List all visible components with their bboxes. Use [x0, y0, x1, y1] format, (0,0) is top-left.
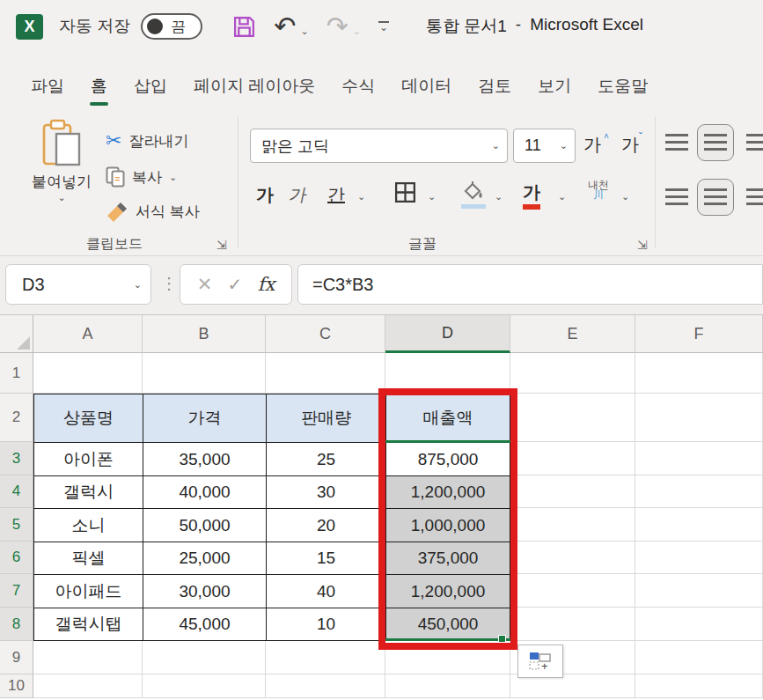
align-left-icon[interactable]	[665, 188, 688, 206]
cell-E6[interactable]	[510, 542, 635, 574]
cell-D7[interactable]: 1,200,000	[385, 574, 510, 608]
row-header-9[interactable]: 9	[0, 641, 33, 674]
cell-F3[interactable]	[635, 442, 763, 475]
cell-F9[interactable]	[635, 641, 763, 674]
col-header-F[interactable]: F	[635, 315, 763, 353]
cell-C10[interactable]	[266, 674, 385, 698]
paste-button[interactable]: 붙여넣기 ⌄	[21, 119, 102, 203]
cell-A9[interactable]	[33, 641, 143, 674]
align-top-icon[interactable]	[665, 134, 688, 151]
cell-A10[interactable]	[33, 674, 143, 698]
underline-dropdown-icon[interactable]: ⌄	[357, 191, 365, 203]
name-box-dropdown-icon[interactable]: ⌄	[134, 279, 142, 291]
customize-toolbar-icon[interactable]: ⌄	[378, 21, 389, 32]
cell-C4[interactable]: 30	[266, 475, 385, 508]
cell-B6[interactable]: 25,000	[143, 542, 266, 574]
cell-C5[interactable]: 20	[266, 508, 385, 542]
row-header-4[interactable]: 4	[0, 475, 33, 508]
cell-D6[interactable]: 375,000	[385, 542, 510, 574]
cell-F4[interactable]	[635, 475, 763, 508]
cell-B1[interactable]	[143, 353, 266, 394]
fill-handle[interactable]	[498, 635, 506, 643]
table-header-cell[interactable]: 매출액	[385, 394, 510, 442]
cell-B10[interactable]	[143, 674, 266, 698]
align-bottom-icon[interactable]	[746, 134, 763, 151]
cell-A5[interactable]: 소니	[33, 508, 143, 542]
tab-검토[interactable]: 검토	[465, 75, 525, 110]
row-header-2[interactable]: 2	[0, 394, 33, 442]
cell-A8[interactable]: 갤럭시탭	[33, 608, 143, 641]
cell-B8[interactable]: 45,000	[143, 608, 266, 641]
fill-color-dropdown-icon[interactable]: ⌄	[495, 191, 503, 203]
shrink-font-button[interactable]: 가ˇ	[621, 133, 642, 157]
cell-F7[interactable]	[635, 574, 763, 608]
col-header-E[interactable]: E	[510, 315, 635, 353]
cell-E1[interactable]	[510, 353, 635, 394]
phonetic-dropdown-icon[interactable]: ⌄	[621, 191, 629, 203]
cell-C7[interactable]: 40	[266, 574, 385, 608]
font-dialog-launcher-icon[interactable]: ⇲	[637, 238, 648, 252]
table-header-cell[interactable]: 상품명	[33, 394, 143, 442]
name-box[interactable]: D3 ⌄	[5, 264, 151, 305]
cell-C6[interactable]: 15	[266, 542, 385, 574]
cell-D8[interactable]: 450,000	[385, 608, 510, 641]
undo-dropdown-icon[interactable]: ⌄	[300, 26, 308, 37]
cut-button[interactable]: ✂ 잘라내기	[106, 129, 188, 152]
col-header-C[interactable]: C	[266, 315, 385, 353]
tab-파일[interactable]: 파일	[18, 75, 77, 110]
cell-F2[interactable]	[635, 394, 763, 442]
copy-button[interactable]: = 복사 ⌄	[106, 166, 177, 188]
cell-B5[interactable]: 50,000	[143, 508, 266, 542]
cell-B3[interactable]: 35,000	[143, 442, 266, 475]
cell-D4[interactable]: 1,200,000	[385, 475, 510, 508]
tab-수식[interactable]: 수식	[328, 75, 388, 110]
paste-dropdown-icon[interactable]: ⌄	[57, 192, 65, 203]
cell-A7[interactable]: 아이패드	[33, 574, 143, 608]
cell-E10[interactable]	[510, 674, 635, 698]
tab-도움말[interactable]: 도움말	[584, 75, 661, 110]
copy-dropdown-icon[interactable]: ⌄	[169, 172, 177, 183]
cell-E2[interactable]	[510, 394, 635, 442]
cell-F5[interactable]	[635, 508, 763, 542]
cell-E3[interactable]	[510, 442, 635, 475]
table-header-cell[interactable]: 판매량	[266, 394, 385, 442]
row-header-8[interactable]: 8	[0, 608, 33, 641]
row-header-1[interactable]: 1	[0, 353, 33, 394]
font-color-dropdown-icon[interactable]: ⌄	[558, 191, 566, 203]
format-painter-button[interactable]: 서식 복사	[106, 202, 200, 222]
row-header-5[interactable]: 5	[0, 508, 33, 542]
cell-F6[interactable]	[635, 542, 763, 574]
cell-E5[interactable]	[510, 508, 635, 542]
borders-dropdown-icon[interactable]: ⌄	[428, 191, 436, 203]
cell-D1[interactable]	[385, 353, 510, 394]
cell-F1[interactable]	[635, 353, 763, 394]
cell-E4[interactable]	[510, 475, 635, 508]
tab-홈[interactable]: 홈	[77, 75, 121, 110]
autofill-options-button[interactable]: +	[517, 645, 563, 678]
save-icon[interactable]	[232, 15, 256, 39]
col-header-D[interactable]: D	[385, 315, 510, 353]
align-right-icon[interactable]	[746, 188, 763, 206]
cell-A6[interactable]: 픽셀	[33, 542, 143, 574]
phonetic-guide-button[interactable]: 내천 川	[588, 181, 609, 200]
cell-A4[interactable]: 갤럭시	[33, 475, 143, 508]
cell-B4[interactable]: 40,000	[143, 475, 266, 508]
bold-button[interactable]: 가	[256, 183, 274, 207]
table-header-cell[interactable]: 가격	[143, 394, 266, 442]
cell-F10[interactable]	[635, 674, 763, 698]
autosave-toggle[interactable]: 끔	[141, 13, 202, 40]
tab-데이터[interactable]: 데이터	[388, 75, 465, 110]
cell-D10[interactable]	[385, 674, 510, 698]
cell-D9[interactable]	[385, 641, 510, 674]
tab-삽입[interactable]: 삽입	[121, 75, 180, 110]
align-middle-icon[interactable]	[697, 124, 734, 161]
clipboard-dialog-launcher-icon[interactable]: ⇲	[216, 238, 227, 252]
cell-A1[interactable]	[33, 353, 143, 394]
cell-F8[interactable]	[635, 608, 763, 641]
cell-D3[interactable]: 875,000	[385, 442, 510, 475]
col-header-A[interactable]: A	[33, 315, 143, 353]
select-all-corner[interactable]	[0, 315, 33, 353]
undo-icon[interactable]: ↶	[274, 13, 296, 40]
cell-D5[interactable]: 1,000,000	[385, 508, 510, 542]
row-header-10[interactable]: 10	[0, 674, 33, 698]
